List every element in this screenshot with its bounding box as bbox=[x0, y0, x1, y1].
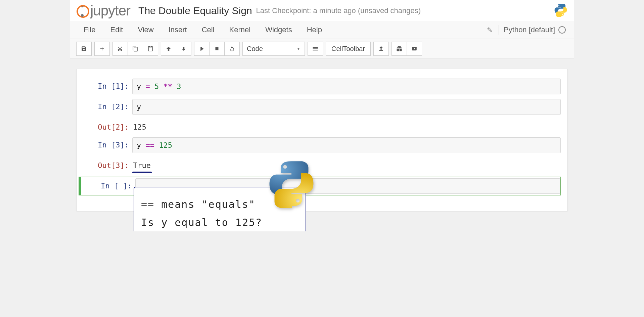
menu-file[interactable]: File bbox=[76, 22, 103, 38]
checkpoint-status: Last Checkpoint: a minute ago (unsaved c… bbox=[256, 6, 421, 15]
copy-button[interactable] bbox=[128, 42, 143, 56]
cut-button[interactable] bbox=[112, 42, 128, 56]
input-prompt: In [2]: bbox=[79, 99, 132, 115]
menu-cell[interactable]: Cell bbox=[194, 22, 222, 38]
code-input[interactable]: y == 125 bbox=[132, 137, 561, 153]
notebook-area: In [1]:y = 5 ** 3In [2]:yOut[2]:125In [3… bbox=[76, 69, 568, 211]
chevron-down-icon: ▼ bbox=[296, 46, 301, 51]
python-logo-overlay bbox=[266, 158, 317, 210]
kernel-name[interactable]: Python [default] bbox=[504, 26, 555, 34]
menu-edit[interactable]: Edit bbox=[103, 22, 130, 38]
code-cell[interactable]: In [2]:y bbox=[79, 98, 561, 116]
code-input[interactable]: y = 5 ** 3 bbox=[132, 79, 561, 94]
menu-widgets[interactable]: Widgets bbox=[258, 22, 299, 38]
python-kernel-icon bbox=[554, 3, 568, 18]
output-text: 125 bbox=[132, 120, 561, 133]
menu-insert[interactable]: Insert bbox=[161, 22, 194, 38]
menu-kernel[interactable]: Kernel bbox=[222, 22, 258, 38]
input-prompt: In [3]: bbox=[79, 137, 132, 153]
menubar: FileEditViewInsertCellKernelWidgetsHelp … bbox=[70, 21, 574, 39]
toolbar: Code ▼ CellToolbar bbox=[70, 39, 574, 59]
jupyter-logo[interactable]: jupyter bbox=[76, 3, 130, 19]
svg-rect-1 bbox=[313, 47, 318, 48]
presentation-button[interactable] bbox=[407, 42, 422, 56]
celltoolbar-label: CellToolbar bbox=[331, 45, 365, 53]
gift-button[interactable] bbox=[392, 42, 407, 56]
output-row: Out[3]:True bbox=[79, 156, 561, 175]
move-down-button[interactable] bbox=[176, 42, 191, 56]
notebook-title[interactable]: The Double Equality Sign bbox=[138, 5, 252, 16]
code-input[interactable]: y bbox=[132, 99, 561, 115]
command-palette-button[interactable] bbox=[308, 42, 323, 56]
notebook-header: jupyter The Double Equality Sign Last Ch… bbox=[70, 0, 574, 21]
output-row: Out[2]:125 bbox=[79, 118, 561, 134]
jupyter-logo-text: jupyter bbox=[90, 3, 130, 19]
kernel-status-idle-icon bbox=[558, 26, 566, 34]
menu-view[interactable]: View bbox=[130, 22, 161, 38]
code-cell[interactable]: In [3]:y == 125 bbox=[79, 136, 561, 154]
code-cell[interactable]: In [1]:y = 5 ** 3 bbox=[79, 77, 561, 96]
output-prompt: Out[2]: bbox=[79, 120, 132, 133]
input-prompt: In [1]: bbox=[79, 79, 132, 94]
insert-cell-button[interactable] bbox=[94, 42, 110, 56]
run-button[interactable] bbox=[194, 42, 210, 56]
jupyter-logo-icon bbox=[76, 5, 88, 17]
menu-help[interactable]: Help bbox=[300, 22, 329, 38]
output-prompt: Out[3]: bbox=[79, 158, 132, 173]
edit-metadata-icon[interactable]: ✎ bbox=[487, 26, 493, 34]
interrupt-button[interactable] bbox=[210, 42, 225, 56]
celltype-select[interactable]: Code ▼ bbox=[242, 42, 305, 56]
emphasis-underline bbox=[132, 172, 152, 173]
callout-line-2: Is y equal to 125? bbox=[141, 214, 299, 231]
save-button[interactable] bbox=[76, 42, 92, 56]
input-prompt: In [ ]: bbox=[79, 178, 135, 194]
svg-rect-0 bbox=[216, 47, 219, 50]
upload-button[interactable] bbox=[373, 42, 389, 56]
output-text: True bbox=[132, 158, 561, 171]
svg-rect-2 bbox=[313, 48, 318, 49]
move-up-button[interactable] bbox=[161, 42, 176, 56]
svg-rect-3 bbox=[313, 50, 318, 50]
celltype-value: Code bbox=[247, 45, 263, 53]
restart-button[interactable] bbox=[225, 42, 240, 56]
paste-button[interactable] bbox=[143, 42, 158, 56]
celltoolbar-button[interactable]: CellToolbar bbox=[326, 42, 371, 56]
